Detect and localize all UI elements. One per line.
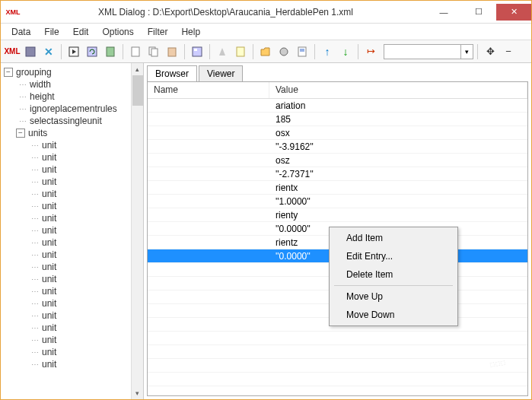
xml-button[interactable]: XML — [4, 43, 21, 60]
column-name[interactable]: Name — [148, 82, 269, 98]
menu-options[interactable]: Options — [96, 25, 139, 39]
paste-icon[interactable] — [164, 43, 180, 60]
svg-rect-10 — [194, 49, 197, 51]
menu-move-up[interactable]: Move Up — [331, 287, 456, 306]
toolbar-combo[interactable]: ▾ — [384, 44, 473, 59]
doc-icon[interactable] — [102, 43, 119, 60]
note-icon[interactable] — [232, 43, 249, 60]
table-row[interactable]: rienty — [148, 208, 527, 222]
tree-item-unit[interactable]: ⋯unit — [1, 273, 143, 285]
table-row[interactable]: osz — [148, 154, 527, 167]
table-row — [148, 345, 527, 359]
menu-edit[interactable]: Edit — [67, 25, 95, 39]
tree-panel: − grouping ⋯width ⋯height ⋯ignoreplaceme… — [1, 63, 144, 399]
tree-item-unit[interactable]: ⋯unit — [1, 212, 143, 224]
new-icon[interactable] — [127, 43, 144, 60]
tab-browser[interactable]: Browser — [147, 65, 197, 81]
tree-item-unit[interactable]: ⋯unit — [1, 188, 143, 200]
table-row[interactable]: ''1.0000'' — [148, 195, 527, 208]
folder-open-icon[interactable] — [257, 43, 274, 60]
delete-icon[interactable]: ✕ — [40, 43, 57, 60]
scroll-down-icon[interactable]: ▾ — [132, 387, 143, 399]
svg-point-13 — [280, 48, 288, 56]
menu-separator — [334, 285, 453, 286]
svg-marker-11 — [219, 48, 225, 56]
tree-units[interactable]: − units — [1, 127, 143, 139]
edit-icon[interactable] — [294, 43, 311, 60]
svg-rect-4 — [107, 47, 114, 56]
tree-item-unit[interactable]: ⋯unit — [1, 310, 143, 322]
play-icon[interactable] — [65, 43, 82, 60]
tree-item-unit[interactable]: ⋯unit — [1, 224, 143, 237]
chevron-down-icon[interactable]: ▾ — [460, 45, 473, 59]
tree-item-unit[interactable]: ⋯unit — [1, 139, 143, 151]
tree-item-unit[interactable]: ⋯unit — [1, 334, 143, 346]
form-icon[interactable] — [189, 43, 205, 60]
remove-icon[interactable]: − — [500, 43, 517, 60]
table-row[interactable]: ''-2.7371'' — [148, 167, 527, 181]
svg-marker-2 — [72, 49, 76, 54]
svg-rect-7 — [151, 49, 158, 56]
minimize-button[interactable]: — — [426, 4, 461, 21]
tree-item[interactable]: ⋯selectassingleunit — [1, 115, 143, 127]
add-icon[interactable]: ✥ — [482, 43, 499, 60]
tree-item-unit[interactable]: ⋯unit — [1, 249, 143, 261]
tree-item-unit[interactable]: ⋯unit — [1, 200, 143, 212]
menu-help[interactable]: Help — [175, 25, 206, 39]
tree-item-unit[interactable]: ⋯unit — [1, 163, 143, 176]
tree-item[interactable]: ⋯height — [1, 90, 143, 103]
tree-item-unit[interactable]: ⋯unit — [1, 151, 143, 163]
pin-icon[interactable] — [214, 43, 231, 60]
tree-item-unit[interactable]: ⋯unit — [1, 261, 143, 273]
table-row — [148, 332, 527, 345]
menu-edit-entry[interactable]: Edit Entry... — [331, 247, 456, 265]
menu-file[interactable]: File — [38, 25, 65, 39]
table-row[interactable]: ariation — [148, 99, 527, 113]
menu-filter[interactable]: Filter — [142, 25, 174, 39]
menu-delete-item[interactable]: Delete Item — [331, 265, 456, 284]
tree-item-unit[interactable]: ⋯unit — [1, 346, 143, 358]
grid-header: Name Value — [148, 82, 527, 99]
scroll-up-icon[interactable]: ▴ — [132, 63, 143, 75]
tree-item-unit[interactable]: ⋯unit — [1, 297, 143, 310]
menu-data[interactable]: Data — [5, 25, 37, 39]
copy-icon[interactable] — [145, 43, 162, 60]
table-row[interactable]: ''-3.9162'' — [148, 140, 527, 154]
tools-icon[interactable] — [276, 43, 292, 60]
tree-item-unit[interactable]: ⋯unit — [1, 285, 143, 297]
tree-root[interactable]: − grouping — [1, 66, 143, 78]
collapse-icon[interactable]: − — [4, 68, 13, 77]
tree-item-unit[interactable]: ⋯unit — [1, 176, 143, 188]
close-button[interactable]: ✕ — [496, 4, 531, 21]
tree-item[interactable]: ⋯ignoreplacementrules — [1, 103, 143, 115]
tree-item-unit[interactable]: ⋯unit — [1, 237, 143, 249]
scrollbar-vertical[interactable]: ▴ ▾ — [131, 63, 143, 399]
tab-viewer[interactable]: Viewer — [199, 65, 243, 81]
window-title: XML Dialog : D:\Export\Desktop\Araucania… — [25, 7, 426, 17]
collapse-icon[interactable]: − — [16, 129, 25, 138]
tree-item-unit[interactable]: ⋯unit — [1, 322, 143, 334]
toolbar: XML ✕ ↑ ↓ ↦ ▾ ✥ − — [1, 40, 531, 63]
arrow-up-icon[interactable]: ↑ — [319, 43, 336, 60]
svg-rect-12 — [237, 47, 244, 56]
tree-label: grouping — [16, 67, 52, 78]
table-row — [148, 373, 527, 386]
table-row[interactable]: 185 — [148, 113, 527, 126]
svg-rect-3 — [88, 47, 97, 56]
menu-move-down[interactable]: Move Down — [331, 306, 456, 324]
refresh-icon[interactable] — [84, 43, 100, 60]
arrow-down-icon[interactable]: ↓ — [337, 43, 354, 60]
svg-rect-9 — [193, 47, 202, 56]
svg-rect-0 — [26, 47, 35, 56]
column-value[interactable]: Value — [269, 82, 527, 98]
titlebar: XML XML Dialog : D:\Export\Desktop\Arauc… — [1, 1, 531, 24]
table-row[interactable]: rientx — [148, 181, 527, 195]
tree-item-unit[interactable]: ⋯unit — [1, 358, 143, 370]
save-icon[interactable] — [22, 43, 39, 60]
goto-icon[interactable]: ↦ — [362, 43, 379, 60]
tree-item[interactable]: ⋯width — [1, 78, 143, 90]
table-row[interactable]: osx — [148, 126, 527, 140]
scroll-thumb[interactable] — [132, 75, 143, 106]
menu-add-item[interactable]: Add Item — [331, 229, 456, 247]
maximize-button[interactable]: ☐ — [461, 4, 496, 21]
